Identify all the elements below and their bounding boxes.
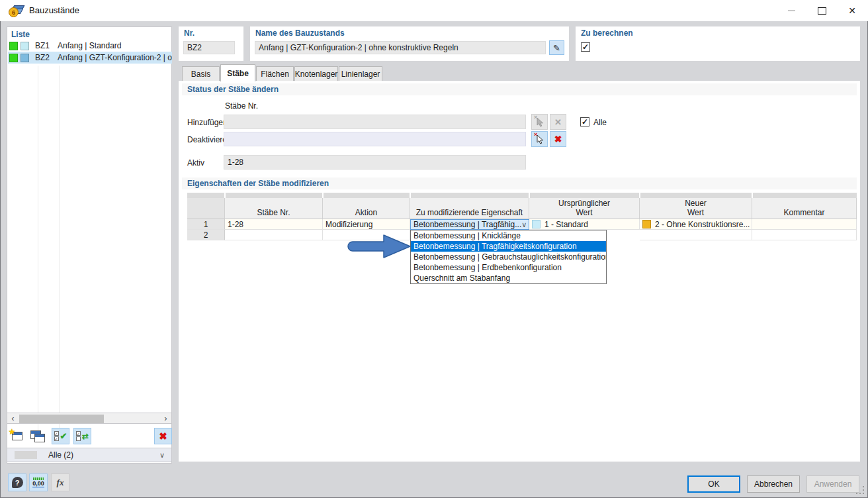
maximize-icon — [818, 7, 826, 15]
decimal-places-button[interactable]: 0,00 — [29, 473, 48, 491]
list-header: Liste — [11, 30, 30, 39]
table-group-strip — [411, 193, 529, 198]
checkboxes-icon: ✓ — [76, 431, 81, 441]
formula-button[interactable]: fx — [51, 473, 69, 491]
row1-kommentar-cell[interactable] — [752, 219, 857, 230]
dropdown-option[interactable]: Betonbemessung | Knicklänge — [411, 230, 606, 241]
cancel-button[interactable]: Abbrechen — [747, 475, 800, 493]
add-members-input[interactable] — [224, 115, 526, 129]
nr-field-box: Nr. BZ2 — [179, 26, 243, 61]
help-button[interactable]: ? — [8, 473, 26, 491]
filter-color-swatch — [15, 451, 37, 459]
row2-staebe-nr-cell[interactable] — [225, 230, 323, 240]
row1-staebe-nr-cell[interactable]: 1-28 — [225, 219, 323, 230]
title-bar: 6 Bauzustände ✕ — [0, 0, 868, 21]
eigenschaft-dropdown-list: Betonbemessung | Knicklänge Betonbemessu… — [410, 230, 607, 284]
tab-linienlager[interactable]: Linienlager — [339, 66, 382, 81]
name-input[interactable]: Anfang | GZT-Konfiguration-2 | ohne kons… — [255, 41, 546, 54]
list-horizontal-scrollbar[interactable]: ‹ › — [7, 413, 172, 424]
name-field-box: Name des Bauzustands Anfang | GZT-Konfig… — [250, 26, 569, 61]
stage-id: BZ2 — [35, 53, 55, 62]
checkboxes-icon: ✓✓ — [54, 431, 59, 441]
select-all-button[interactable]: ✓✓ ✔ — [52, 428, 69, 444]
nr-value: BZ2 — [187, 43, 202, 52]
new-stage-button[interactable]: ★ — [8, 428, 26, 444]
fx-icon: fx — [57, 477, 64, 488]
select-cursor-icon: × — [535, 134, 544, 144]
row1-eigenschaft-combobox[interactable]: Betonbemessung | Tragfähig... ∨ — [410, 219, 529, 230]
table-group-strip — [753, 193, 857, 198]
copy-stage-button[interactable] — [30, 428, 48, 444]
dropdown-option-highlighted[interactable]: Betonbemessung | Tragfähigkeitskonfigura… — [411, 241, 606, 252]
deactivate-clear-button[interactable]: ✖ — [550, 131, 566, 147]
invert-selection-button[interactable]: ✓ ⇄ — [73, 428, 91, 444]
compute-field-box: Zu berechnen ✓ — [576, 26, 860, 61]
row1-urspruenglicher-wert-cell[interactable]: 1 - Standard — [529, 219, 640, 230]
resize-grip[interactable] — [856, 486, 865, 495]
row2-kommentar-cell[interactable] — [752, 230, 857, 240]
row1-aktion-cell[interactable]: Modifizierung — [323, 219, 410, 230]
list-column-divider — [38, 66, 38, 438]
list-item-bz2[interactable]: BZ2 Anfang | GZT-Konfiguration-2 | ohne … — [8, 52, 172, 64]
row2-neuer-wert-cell[interactable] — [640, 230, 752, 240]
table-group-strip — [640, 193, 752, 198]
col-header-aktion: Aktion — [323, 198, 410, 219]
dropdown-option[interactable]: Querschnitt am Stabanfang — [411, 273, 606, 283]
add-select-button: × — [531, 114, 548, 130]
staebe-nr-column-label: Stäbe Nr. — [225, 101, 258, 111]
close-icon: ✕ — [848, 6, 856, 15]
active-members-value: 1-28 — [228, 158, 243, 167]
list-column-divider — [59, 66, 60, 438]
bauzustaende-dialog: 6 Bauzustände ✕ Liste BZ1 Anfang | Stand… — [0, 0, 868, 498]
stage-color-swatch — [9, 42, 18, 50]
row1-neuer-wert-cell[interactable]: 2 - Ohne Konstruktionsre... — [640, 219, 752, 230]
tab-basis[interactable]: Basis — [182, 66, 220, 81]
row2-number[interactable]: 2 — [187, 230, 225, 240]
stage-name: Anfang | Standard — [58, 41, 122, 50]
col-header-kommentar: Kommentar — [752, 198, 857, 219]
scrollbar-thumb[interactable] — [19, 415, 104, 423]
tab-flaechen[interactable]: Flächen — [256, 66, 294, 81]
col-header-eigenschaft: Zu modifizierende Eigenschaft — [410, 198, 529, 219]
col-header-urspruenglicher-wert: UrsprünglicherWert — [529, 198, 640, 219]
table-group-strip — [324, 193, 410, 198]
compute-label: Zu berechnen — [581, 28, 633, 38]
close-button[interactable]: ✕ — [837, 0, 867, 21]
add-clear-button: ✕ — [550, 114, 566, 130]
tab-staebe[interactable]: Stäbe — [220, 64, 255, 81]
active-members-input[interactable]: 1-28 — [224, 155, 526, 170]
stage-color-swatch — [9, 54, 18, 62]
minimize-icon — [788, 10, 795, 11]
deactivate-select-button[interactable]: × — [531, 131, 548, 147]
add-label: Hinzufügen — [187, 118, 228, 127]
deactivate-members-input[interactable] — [224, 132, 526, 146]
ok-button[interactable]: OK — [687, 475, 740, 493]
list-item-bz1[interactable]: BZ1 Anfang | Standard — [8, 40, 172, 52]
list-filter-dropdown[interactable]: Alle (2) ∨ — [7, 448, 172, 462]
stage-id: BZ1 — [35, 41, 55, 50]
delete-stage-button[interactable]: ✖ — [154, 428, 172, 444]
name-label: Name des Bauzustands — [255, 28, 345, 38]
maximize-button[interactable] — [806, 0, 837, 21]
minimize-button[interactable] — [776, 0, 806, 21]
scroll-left-icon[interactable]: ‹ — [7, 413, 19, 423]
dropdown-option[interactable]: Betonbemessung | Gebrauchstauglichkeitsk… — [411, 252, 606, 262]
col-header-rownum — [187, 198, 225, 219]
col-header-neuer-wert: NeuerWert — [640, 198, 752, 219]
edit-name-button[interactable]: ✎ — [549, 40, 564, 55]
row1-number[interactable]: 1 — [187, 219, 225, 230]
chevron-down-icon: ∨ — [521, 221, 527, 229]
decimal-icon: 0,00 — [32, 477, 44, 487]
tab-knotenlager[interactable]: Knotenlager — [294, 66, 338, 81]
dropdown-option[interactable]: Betonbemessung | Erdbebenkonfiguration — [411, 262, 606, 273]
nr-input[interactable]: BZ2 — [183, 41, 235, 54]
clear-icon: ✕ — [554, 118, 562, 126]
compute-checkbox[interactable]: ✓ — [581, 42, 590, 52]
stage-name: Anfang | GZT-Konfiguration-2 | ohne kons… — [58, 53, 172, 62]
status-section-header: Status der Stäbe ändern — [182, 83, 857, 95]
filter-label: Alle (2) — [48, 450, 73, 460]
scroll-right-icon[interactable]: › — [160, 413, 171, 423]
table-group-strip — [530, 193, 639, 198]
all-checkbox[interactable]: ✓ — [580, 117, 589, 126]
swap-arrows-icon: ⇄ — [82, 432, 89, 441]
